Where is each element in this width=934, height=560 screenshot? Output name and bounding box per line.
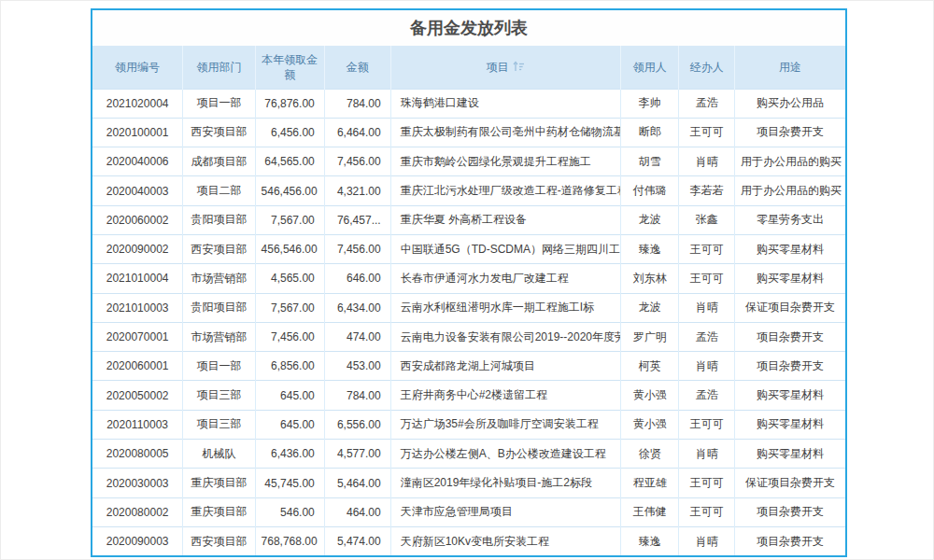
table-row: 2020040006成都项目部64,565.007,456.00重庆市鹅岭公园绿… — [92, 147, 845, 176]
cell-handler[interactable]: 王可可 — [679, 469, 735, 497]
cell-id[interactable]: 2020090003 — [92, 526, 183, 555]
cell-amount: 5,474.00 — [324, 526, 390, 555]
cell-purpose: 购买办公用品 — [734, 89, 845, 118]
cell-handler[interactable]: 王可可 — [679, 410, 735, 439]
cell-recipient[interactable]: 龙波 — [621, 293, 679, 322]
cell-project[interactable]: 长春市伊通河水力发电厂改建工程 — [390, 264, 621, 293]
cell-year-amount: 6,856.00 — [255, 352, 324, 381]
cell-id[interactable]: 2020080002 — [92, 497, 183, 526]
cell-recipient[interactable]: 胡雪 — [621, 147, 679, 176]
cell-year-amount: 768,768.00 — [255, 526, 324, 555]
cell-id[interactable]: 2020040006 — [92, 147, 183, 176]
cell-project[interactable]: 潼南区2019年绿化补贴项目-施工2标段 — [390, 469, 621, 497]
cell-purpose: 项目杂费开支 — [734, 322, 845, 351]
cell-recipient[interactable]: 臻逸 — [621, 526, 679, 555]
app-window: 备用金发放列表 领用编号 领用部门 本年领取金额 金额 项目 领用人 经办人 用… — [0, 0, 934, 560]
table-row: 2020080002重庆项目部546.00464.00天津市应急管理局项目王伟健… — [92, 497, 845, 526]
cell-handler[interactable]: 张鑫 — [679, 205, 735, 234]
cell-recipient[interactable]: 罗广明 — [621, 322, 679, 351]
table-row: 2020030003重庆项目部45,745.005,464.00潼南区2019年… — [92, 469, 845, 497]
table-header-row: 领用编号 领用部门 本年领取金额 金额 项目 领用人 经办人 用途 — [92, 46, 845, 89]
cell-purpose: 项目杂费开支 — [734, 118, 845, 147]
cell-dept: 项目二部 — [183, 176, 255, 205]
cell-recipient[interactable]: 断郎 — [621, 118, 679, 147]
cell-year-amount: 645.00 — [255, 381, 324, 410]
cell-recipient[interactable]: 程亚雄 — [621, 469, 679, 497]
cell-recipient[interactable]: 付伟璐 — [621, 176, 679, 205]
cell-dept: 项目一部 — [183, 89, 255, 118]
cell-project[interactable]: 珠海鹤港口建设 — [390, 89, 621, 118]
cell-project[interactable]: 西安成都路龙湖上河城项目 — [390, 352, 621, 381]
cell-project[interactable]: 天津市应急管理局项目 — [390, 497, 621, 526]
cell-purpose: 项目杂费开支 — [734, 352, 845, 381]
cell-project[interactable]: 云南电力设备安装有限公司2019--2020年度劳... — [390, 322, 621, 351]
cell-id[interactable]: 2020090002 — [92, 234, 183, 263]
cell-recipient[interactable]: 龙波 — [621, 205, 679, 234]
cell-purpose: 项目杂费开支 — [734, 497, 845, 526]
cell-recipient[interactable]: 刘东林 — [621, 264, 679, 293]
cell-year-amount: 546.00 — [255, 497, 324, 526]
cell-handler[interactable]: 孟浩 — [679, 89, 735, 118]
cell-project[interactable]: 万达办公楼左侧A、B办公楼改造建设工程 — [390, 440, 621, 469]
column-header-amount: 金额 — [324, 46, 390, 89]
cell-project[interactable]: 万达广场35#会所及咖啡厅空调安装工程 — [390, 410, 621, 439]
cell-amount: 5,464.00 — [324, 469, 390, 497]
cell-handler[interactable]: 王可可 — [679, 264, 735, 293]
cell-handler[interactable]: 孟浩 — [679, 322, 735, 351]
cell-project[interactable]: 天府新区10Kv变电所安装工程 — [390, 526, 621, 555]
cell-handler[interactable]: 肖晴 — [679, 147, 735, 176]
cell-dept: 市场营销部 — [183, 264, 255, 293]
cell-handler[interactable]: 肖晴 — [679, 440, 735, 469]
cell-id[interactable]: 2020080005 — [92, 440, 183, 469]
table-row: 2020060001项目一部6,856.00453.00西安成都路龙湖上河城项目… — [92, 352, 845, 381]
cell-handler[interactable]: 王可可 — [679, 234, 735, 263]
column-header-year-amount: 本年领取金额 — [255, 46, 324, 89]
cell-purpose: 购买零星材料 — [734, 234, 845, 263]
cell-amount: 6,434.00 — [324, 293, 390, 322]
cell-handler[interactable]: 孟浩 — [679, 381, 735, 410]
cell-year-amount: 6,436.00 — [255, 440, 324, 469]
cell-project[interactable]: 王府井商务中心#2楼遗留工程 — [390, 381, 621, 410]
cell-recipient[interactable]: 黄小强 — [621, 410, 679, 439]
cell-id[interactable]: 2021020004 — [92, 89, 183, 118]
cell-project[interactable]: 重庆太极制药有限公司亳州中药材仓储物流基... — [390, 118, 621, 147]
cell-id[interactable]: 2020030003 — [92, 469, 183, 497]
cell-id[interactable]: 2020070001 — [92, 322, 183, 351]
cell-handler[interactable]: 肖晴 — [679, 526, 735, 555]
cell-id[interactable]: 2020100001 — [92, 118, 183, 147]
column-header-purpose: 用途 — [734, 46, 845, 89]
cell-year-amount: 6,456.00 — [255, 118, 324, 147]
cell-project[interactable]: 云南水利枢纽潜明水库一期工程施工I标 — [390, 293, 621, 322]
sort-icon[interactable] — [513, 61, 525, 72]
cell-id[interactable]: 2020040003 — [92, 176, 183, 205]
cell-project[interactable]: 重庆市鹅岭公园绿化景观提升工程施工 — [390, 147, 621, 176]
cell-recipient[interactable]: 李帅 — [621, 89, 679, 118]
cell-recipient[interactable]: 王伟健 — [621, 497, 679, 526]
cell-dept: 贵阳项目部 — [183, 293, 255, 322]
cell-amount: 784.00 — [324, 89, 390, 118]
cell-dept: 西安项目部 — [183, 118, 255, 147]
cell-recipient[interactable]: 黄小强 — [621, 381, 679, 410]
cell-recipient[interactable]: 柯英 — [621, 352, 679, 381]
cell-id[interactable]: 2021010003 — [92, 293, 183, 322]
cell-recipient[interactable]: 徐贤 — [621, 440, 679, 469]
cell-dept: 重庆项目部 — [183, 497, 255, 526]
cell-id[interactable]: 2021010004 — [92, 264, 183, 293]
cell-recipient[interactable]: 臻逸 — [621, 234, 679, 263]
cell-handler[interactable]: 肖晴 — [679, 293, 735, 322]
cell-project[interactable]: 重庆华夏 外高桥工程设备 — [390, 205, 621, 234]
cell-year-amount: 7,456.00 — [255, 322, 324, 351]
cell-id[interactable]: 2020060001 — [92, 352, 183, 381]
cell-id[interactable]: 2020060002 — [92, 205, 183, 234]
cell-project[interactable]: 重庆江北污水处理厂级改造工程-道路修复工程 — [390, 176, 621, 205]
cell-project[interactable]: 中国联通5G（TD-SCDMA）网络三期四川工程 — [390, 234, 621, 263]
cell-handler[interactable]: 肖晴 — [679, 352, 735, 381]
column-header-project[interactable]: 项目 — [390, 46, 621, 89]
cell-id[interactable]: 2020110003 — [92, 410, 183, 439]
cell-id[interactable]: 2020050002 — [92, 381, 183, 410]
cell-handler[interactable]: 王可可 — [679, 497, 735, 526]
column-header-dept: 领用部门 — [183, 46, 255, 89]
cell-handler[interactable]: 李若若 — [679, 176, 735, 205]
cell-handler[interactable]: 王可可 — [679, 118, 735, 147]
cell-purpose: 购买零星材料 — [734, 264, 845, 293]
